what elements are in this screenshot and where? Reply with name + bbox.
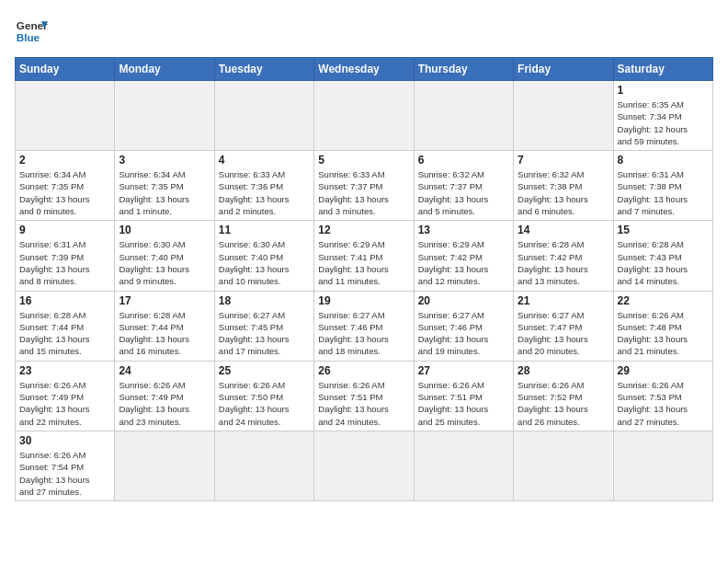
calendar-cell: 26Sunrise: 6:26 AM Sunset: 7:51 PM Dayli… [314, 361, 414, 431]
logo-icon: General Blue [15, 15, 48, 48]
calendar-cell: 15Sunrise: 6:28 AM Sunset: 7:43 PM Dayli… [613, 221, 712, 291]
calendar-cell [514, 431, 613, 500]
day-info: Sunrise: 6:26 AM Sunset: 7:48 PM Dayligh… [618, 309, 709, 358]
calendar-cell: 16Sunrise: 6:28 AM Sunset: 7:44 PM Dayli… [16, 291, 115, 361]
calendar-cell: 11Sunrise: 6:30 AM Sunset: 7:40 PM Dayli… [214, 221, 313, 291]
day-number: 8 [618, 154, 709, 167]
day-info: Sunrise: 6:27 AM Sunset: 7:45 PM Dayligh… [219, 309, 310, 358]
day-info: Sunrise: 6:35 AM Sunset: 7:34 PM Dayligh… [618, 98, 709, 147]
day-number: 28 [518, 364, 609, 377]
calendar-cell: 9Sunrise: 6:31 AM Sunset: 7:39 PM Daylig… [16, 221, 115, 291]
day-info: Sunrise: 6:26 AM Sunset: 7:49 PM Dayligh… [19, 379, 110, 428]
day-info: Sunrise: 6:33 AM Sunset: 7:36 PM Dayligh… [219, 168, 310, 217]
calendar-cell: 3Sunrise: 6:34 AM Sunset: 7:35 PM Daylig… [115, 151, 214, 221]
day-number: 14 [518, 224, 609, 236]
day-info: Sunrise: 6:27 AM Sunset: 7:46 PM Dayligh… [418, 309, 509, 358]
weekday-header-monday: Monday [115, 58, 214, 81]
calendar-cell [613, 431, 712, 500]
day-info: Sunrise: 6:32 AM Sunset: 7:38 PM Dayligh… [518, 168, 609, 217]
day-number: 7 [518, 154, 609, 167]
day-info: Sunrise: 6:26 AM Sunset: 7:51 PM Dayligh… [418, 379, 509, 428]
calendar-cell: 28Sunrise: 6:26 AM Sunset: 7:52 PM Dayli… [514, 361, 613, 431]
day-info: Sunrise: 6:28 AM Sunset: 7:44 PM Dayligh… [19, 309, 110, 358]
day-info: Sunrise: 6:31 AM Sunset: 7:39 PM Dayligh… [19, 238, 110, 287]
calendar-cell: 2Sunrise: 6:34 AM Sunset: 7:35 PM Daylig… [16, 151, 115, 221]
day-number: 29 [618, 364, 709, 377]
day-number: 19 [318, 294, 409, 307]
calendar-cell: 27Sunrise: 6:26 AM Sunset: 7:51 PM Dayli… [414, 361, 513, 431]
day-number: 6 [418, 154, 509, 167]
calendar-cell: 7Sunrise: 6:32 AM Sunset: 7:38 PM Daylig… [514, 151, 613, 221]
calendar-cell [514, 81, 613, 151]
calendar-cell: 12Sunrise: 6:29 AM Sunset: 7:41 PM Dayli… [314, 221, 414, 291]
svg-text:Blue: Blue [17, 31, 40, 43]
day-number: 9 [19, 224, 110, 236]
weekday-header-friday: Friday [514, 58, 613, 81]
day-number: 27 [418, 364, 509, 377]
day-info: Sunrise: 6:29 AM Sunset: 7:42 PM Dayligh… [418, 238, 509, 287]
calendar-cell: 4Sunrise: 6:33 AM Sunset: 7:36 PM Daylig… [214, 151, 313, 221]
day-number: 13 [418, 224, 509, 236]
calendar-cell: 5Sunrise: 6:33 AM Sunset: 7:37 PM Daylig… [314, 151, 414, 221]
logo: General Blue [15, 15, 53, 48]
day-info: Sunrise: 6:28 AM Sunset: 7:42 PM Dayligh… [518, 238, 609, 287]
day-info: Sunrise: 6:26 AM Sunset: 7:52 PM Dayligh… [518, 379, 609, 428]
calendar-cell [16, 81, 115, 151]
calendar-cell: 18Sunrise: 6:27 AM Sunset: 7:45 PM Dayli… [214, 291, 313, 361]
day-info: Sunrise: 6:28 AM Sunset: 7:44 PM Dayligh… [119, 309, 210, 358]
svg-text:General: General [17, 19, 48, 31]
day-number: 3 [119, 154, 210, 167]
day-number: 18 [219, 294, 310, 307]
day-info: Sunrise: 6:26 AM Sunset: 7:51 PM Dayligh… [318, 379, 409, 428]
day-info: Sunrise: 6:34 AM Sunset: 7:35 PM Dayligh… [19, 168, 110, 217]
page-header: General Blue [15, 15, 713, 48]
calendar-cell [414, 81, 513, 151]
day-info: Sunrise: 6:32 AM Sunset: 7:37 PM Dayligh… [418, 168, 509, 217]
calendar-cell [314, 431, 414, 500]
day-number: 4 [219, 154, 310, 167]
calendar-cell [214, 431, 313, 500]
day-number: 1 [618, 84, 709, 97]
calendar-cell: 1Sunrise: 6:35 AM Sunset: 7:34 PM Daylig… [613, 81, 712, 151]
day-number: 5 [318, 154, 409, 167]
weekday-header-tuesday: Tuesday [214, 58, 313, 81]
day-info: Sunrise: 6:34 AM Sunset: 7:35 PM Dayligh… [119, 168, 210, 217]
day-number: 2 [19, 154, 110, 167]
day-info: Sunrise: 6:30 AM Sunset: 7:40 PM Dayligh… [119, 238, 210, 287]
calendar-cell: 10Sunrise: 6:30 AM Sunset: 7:40 PM Dayli… [115, 221, 214, 291]
calendar-cell: 17Sunrise: 6:28 AM Sunset: 7:44 PM Dayli… [115, 291, 214, 361]
calendar-cell: 24Sunrise: 6:26 AM Sunset: 7:49 PM Dayli… [115, 361, 214, 431]
day-info: Sunrise: 6:33 AM Sunset: 7:37 PM Dayligh… [318, 168, 409, 217]
day-info: Sunrise: 6:29 AM Sunset: 7:41 PM Dayligh… [318, 238, 409, 287]
day-info: Sunrise: 6:26 AM Sunset: 7:53 PM Dayligh… [618, 379, 709, 428]
calendar-cell: 20Sunrise: 6:27 AM Sunset: 7:46 PM Dayli… [414, 291, 513, 361]
day-number: 12 [318, 224, 409, 236]
calendar-table: SundayMondayTuesdayWednesdayThursdayFrid… [15, 57, 713, 501]
day-number: 21 [518, 294, 609, 307]
calendar-cell: 6Sunrise: 6:32 AM Sunset: 7:37 PM Daylig… [414, 151, 513, 221]
day-info: Sunrise: 6:28 AM Sunset: 7:43 PM Dayligh… [618, 238, 709, 287]
calendar-cell: 25Sunrise: 6:26 AM Sunset: 7:50 PM Dayli… [214, 361, 313, 431]
day-info: Sunrise: 6:26 AM Sunset: 7:50 PM Dayligh… [219, 379, 310, 428]
calendar-cell: 13Sunrise: 6:29 AM Sunset: 7:42 PM Dayli… [414, 221, 513, 291]
calendar-cell: 8Sunrise: 6:31 AM Sunset: 7:38 PM Daylig… [613, 151, 712, 221]
day-number: 23 [19, 364, 110, 377]
weekday-header-wednesday: Wednesday [314, 58, 414, 81]
day-info: Sunrise: 6:27 AM Sunset: 7:47 PM Dayligh… [518, 309, 609, 358]
day-info: Sunrise: 6:31 AM Sunset: 7:38 PM Dayligh… [618, 168, 709, 217]
day-number: 30 [19, 434, 110, 447]
day-number: 17 [119, 294, 210, 307]
calendar-cell [314, 81, 414, 151]
calendar-cell [214, 81, 313, 151]
day-number: 11 [219, 224, 310, 236]
calendar-cell [115, 81, 214, 151]
day-number: 16 [19, 294, 110, 307]
calendar-cell [115, 431, 214, 500]
calendar-cell: 23Sunrise: 6:26 AM Sunset: 7:49 PM Dayli… [16, 361, 115, 431]
calendar-cell: 30Sunrise: 6:26 AM Sunset: 7:54 PM Dayli… [16, 431, 115, 500]
calendar-cell: 29Sunrise: 6:26 AM Sunset: 7:53 PM Dayli… [613, 361, 712, 431]
calendar-cell: 22Sunrise: 6:26 AM Sunset: 7:48 PM Dayli… [613, 291, 712, 361]
day-number: 25 [219, 364, 310, 377]
day-number: 20 [418, 294, 509, 307]
day-number: 26 [318, 364, 409, 377]
